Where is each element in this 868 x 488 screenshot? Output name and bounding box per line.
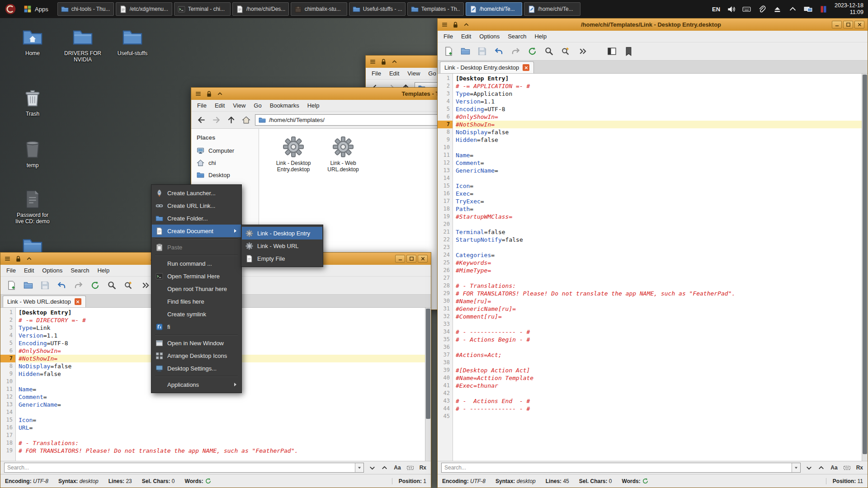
scrollbar-thumb[interactable] bbox=[863, 75, 867, 454]
undo-button[interactable] bbox=[56, 280, 67, 291]
nav-forward-button[interactable] bbox=[210, 114, 222, 126]
context-menu-item[interactable]: Create Document bbox=[152, 225, 241, 237]
maximize-button[interactable] bbox=[843, 21, 853, 28]
sidebar-item-desktop[interactable]: Desktop bbox=[191, 169, 259, 181]
context-menu-item[interactable]: Open Terminal Here bbox=[152, 270, 241, 282]
redo-button[interactable] bbox=[73, 280, 84, 291]
bookmark-button[interactable] bbox=[623, 46, 634, 57]
side-pane-button[interactable] bbox=[606, 46, 617, 57]
search-field[interactable] bbox=[441, 463, 801, 473]
menu-bookmarks[interactable]: Bookmarks bbox=[266, 100, 303, 112]
distro-logo-icon[interactable] bbox=[5, 3, 16, 15]
sidebar-item-chi[interactable]: chi bbox=[191, 157, 259, 169]
desktop-icon[interactable]: Home bbox=[13, 27, 52, 56]
lock-icon[interactable] bbox=[380, 58, 387, 66]
tab-close-icon[interactable] bbox=[523, 64, 529, 71]
search-field[interactable] bbox=[4, 463, 364, 473]
menu-file[interactable]: File bbox=[193, 100, 211, 112]
clock[interactable]: 2023-12-18 11:09 bbox=[835, 2, 863, 16]
maximize-button[interactable] bbox=[406, 255, 416, 263]
menu-options[interactable]: Options bbox=[475, 31, 504, 42]
context-menu-item[interactable]: Run command ... bbox=[152, 257, 241, 270]
search-history-dropdown-icon[interactable] bbox=[355, 463, 363, 472]
shade-icon[interactable] bbox=[216, 90, 224, 98]
context-menu-item[interactable]: Arrange Desktop Icons bbox=[152, 349, 241, 362]
menu-file[interactable]: File bbox=[368, 68, 385, 80]
display-settings-icon[interactable] bbox=[804, 5, 812, 14]
taskbar-button[interactable]: /etc/xdg/menu... bbox=[116, 2, 172, 16]
save-button[interactable] bbox=[39, 280, 50, 291]
desktop-icon[interactable]: Trash bbox=[13, 88, 52, 117]
search-input[interactable] bbox=[5, 465, 355, 471]
window-featherpad-desktop-entry[interactable]: /home/chi/Templates/Link - Desktop Entry… bbox=[437, 18, 868, 488]
desktop-icon[interactable]: temp bbox=[13, 139, 52, 169]
reload-button[interactable] bbox=[90, 280, 100, 291]
window-menu-icon[interactable] bbox=[369, 58, 377, 66]
nav-up-button[interactable] bbox=[225, 114, 237, 126]
shade-icon[interactable] bbox=[25, 255, 33, 263]
shade-icon[interactable] bbox=[391, 58, 398, 66]
search-replace-button[interactable] bbox=[560, 46, 571, 57]
context-menu-item[interactable]: Create Folder... bbox=[152, 212, 241, 225]
menu-file[interactable]: File bbox=[2, 265, 20, 277]
search-replace-button[interactable] bbox=[123, 280, 134, 291]
reload-button[interactable] bbox=[527, 46, 538, 57]
lock-icon[interactable] bbox=[452, 21, 459, 28]
search-history-dropdown-icon[interactable] bbox=[792, 463, 800, 472]
refresh-words-icon[interactable] bbox=[642, 478, 649, 484]
eject-icon[interactable] bbox=[773, 5, 782, 14]
whole-word-button[interactable] bbox=[406, 464, 414, 472]
context-menu-item[interactable]: Link - Desktop Entry bbox=[242, 227, 322, 239]
context-menu-item[interactable]: Create Launcher... bbox=[152, 187, 241, 199]
menu-help[interactable]: Help bbox=[303, 100, 324, 112]
new-file-button[interactable] bbox=[6, 280, 17, 291]
minimize-button[interactable] bbox=[832, 21, 842, 28]
context-menu-item[interactable]: Create URL Link... bbox=[152, 199, 241, 212]
search-input[interactable] bbox=[442, 465, 792, 471]
close-button[interactable] bbox=[418, 255, 428, 263]
undo-button[interactable] bbox=[493, 46, 504, 57]
menu-edit[interactable]: Edit bbox=[20, 265, 38, 277]
context-menu-item[interactable]: Find files here bbox=[152, 295, 241, 308]
keyboard-icon[interactable] bbox=[742, 5, 751, 14]
clipboard-manager-icon[interactable] bbox=[758, 5, 766, 14]
sidebar-item-computer[interactable]: Computer bbox=[191, 145, 259, 157]
find-next-button[interactable] bbox=[805, 464, 813, 472]
whole-word-button[interactable] bbox=[843, 464, 851, 472]
context-menu-item[interactable]: Open in New Window bbox=[152, 337, 241, 349]
taskbar-button[interactable]: Templates - Th... bbox=[407, 2, 464, 16]
new-file-button[interactable] bbox=[443, 46, 454, 57]
tab-close-icon[interactable] bbox=[75, 298, 81, 305]
open-folder-button[interactable] bbox=[23, 280, 33, 291]
keyboard-layout-indicator[interactable]: EN bbox=[712, 6, 720, 13]
system-monitor-icon[interactable] bbox=[819, 5, 828, 14]
panel-hide-icon[interactable] bbox=[788, 5, 797, 14]
close-button[interactable] bbox=[854, 21, 864, 28]
overflow-button[interactable] bbox=[140, 280, 151, 291]
lock-icon[interactable] bbox=[205, 90, 213, 98]
match-case-button[interactable]: Aa bbox=[830, 465, 838, 471]
text-area[interactable]: [Desktop Entry]# -= APPLICATION =- #Type… bbox=[453, 74, 868, 461]
menu-file[interactable]: File bbox=[439, 31, 457, 42]
window-menu-icon[interactable] bbox=[194, 90, 202, 98]
menu-edit[interactable]: Edit bbox=[385, 68, 403, 80]
lock-icon[interactable] bbox=[14, 255, 22, 263]
taskbar-button[interactable]: /home/chi/Des... bbox=[232, 2, 289, 16]
context-menu-item[interactable]: fi bbox=[152, 320, 241, 333]
desktop-icon[interactable]: Password for live CD: demo bbox=[13, 189, 52, 225]
context-menu-item[interactable]: Link - Web URL bbox=[242, 239, 322, 252]
nav-back-button[interactable] bbox=[195, 114, 207, 126]
menu-help[interactable]: Help bbox=[93, 265, 113, 277]
menu-search[interactable]: Search bbox=[66, 265, 93, 277]
taskbar-button[interactable]: /home/chi/Te... bbox=[466, 2, 522, 16]
menu-edit[interactable]: Edit bbox=[457, 31, 475, 42]
scrollbar-thumb[interactable] bbox=[426, 309, 430, 419]
taskbar-button[interactable]: /home/chi/Te... bbox=[524, 2, 580, 16]
menu-options[interactable]: Options bbox=[38, 265, 66, 277]
menu-help[interactable]: Help bbox=[530, 31, 551, 42]
context-menu-item[interactable]: Empty File bbox=[242, 252, 322, 265]
redo-button[interactable] bbox=[510, 46, 521, 57]
taskbar-button[interactable]: Terminal - chi... bbox=[174, 2, 231, 16]
window-menu-icon[interactable] bbox=[4, 255, 11, 263]
save-button[interactable] bbox=[476, 46, 487, 57]
